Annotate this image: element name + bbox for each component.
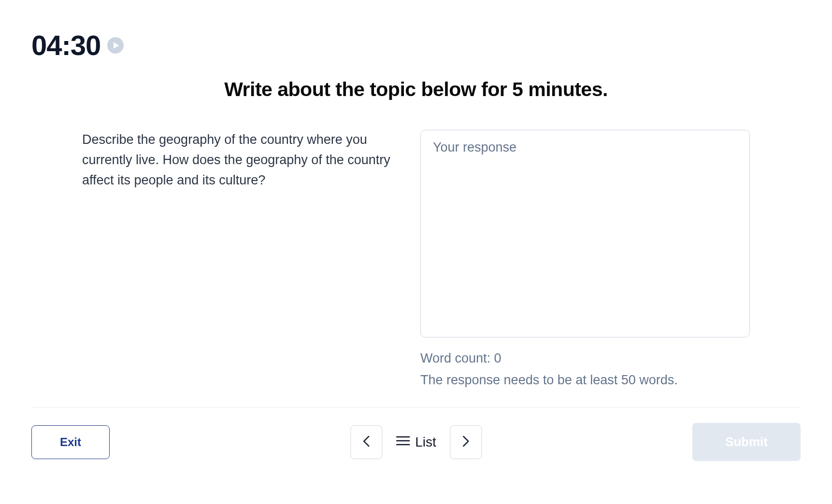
list-button[interactable]: List [394, 434, 438, 450]
timer-row: 04:30 [0, 0, 832, 61]
submit-button[interactable]: Submit [692, 423, 801, 461]
nav-group: List [350, 425, 482, 459]
prompt-column: Describe the geography of the country wh… [82, 130, 401, 191]
list-icon [396, 434, 410, 450]
min-words-message: The response needs to be at least 50 wor… [420, 373, 750, 388]
bottom-bar: Exit List [0, 407, 832, 461]
word-count: Word count: 0 [420, 351, 750, 366]
prev-button[interactable] [350, 425, 382, 459]
chevron-right-icon [461, 434, 470, 449]
exit-button[interactable]: Exit [31, 425, 110, 459]
play-icon[interactable] [107, 37, 124, 54]
next-button[interactable] [450, 425, 482, 459]
page-heading: Write about the topic below for 5 minute… [0, 78, 832, 101]
word-count-label: Word count: [420, 351, 494, 365]
response-column: Word count: 0 The response needs to be a… [420, 130, 750, 388]
chevron-left-icon [362, 434, 371, 449]
word-count-value: 0 [494, 351, 502, 365]
timer-display: 04:30 [31, 29, 100, 61]
prompt-text: Describe the geography of the country wh… [82, 130, 401, 191]
list-label: List [415, 434, 436, 450]
heading-row: Write about the topic below for 5 minute… [0, 78, 832, 101]
response-input[interactable] [420, 130, 750, 337]
content-row: Describe the geography of the country wh… [0, 130, 832, 388]
page-container: 04:30 Write about the topic below for 5 … [0, 0, 832, 504]
